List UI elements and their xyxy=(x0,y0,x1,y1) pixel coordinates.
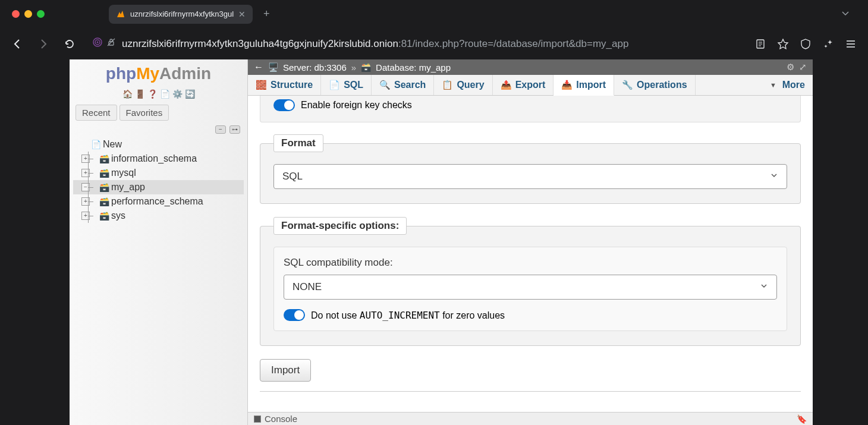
lock-icon xyxy=(106,37,116,50)
database-icon: 🗃️ xyxy=(361,62,371,72)
console-bar[interactable]: Console 🔖 xyxy=(248,412,813,425)
breadcrumb-server[interactable]: Server: db:3306 xyxy=(283,62,347,73)
server-icon: 🖥️ xyxy=(268,62,278,72)
db-item-sys[interactable]: + 🗃️ sys xyxy=(73,209,244,223)
format-fieldset: Format SQL xyxy=(260,134,801,204)
hamburger-menu-icon[interactable] xyxy=(842,36,859,52)
tab-structure[interactable]: 🧱Structure xyxy=(248,75,321,95)
foreign-key-option-row: Enable foreign key checks xyxy=(260,96,801,122)
back-button[interactable] xyxy=(9,36,26,52)
chevron-down-icon xyxy=(760,281,768,293)
breadcrumb-database[interactable]: Database: my_app xyxy=(376,62,451,73)
format-select[interactable]: SQL xyxy=(273,164,787,189)
tab-title: uznrzifslxi6rifrnyrm4xfytkn3gul xyxy=(130,10,234,18)
format-legend: Format xyxy=(273,134,323,152)
sparkle-icon[interactable] xyxy=(820,36,836,52)
breadcrumb: ← 🖥️ Server: db:3306 » 🗃️ Database: my_a… xyxy=(248,59,813,75)
navigation-sidebar: phpMyAdmin 🏠 🚪 ❓ 📄 ⚙️ 🔄 Recent Favorites… xyxy=(70,59,248,425)
format-options-legend: Format-specific options: xyxy=(273,217,407,235)
collapse-all-button[interactable]: − xyxy=(215,125,226,134)
url-path: :81/index.php?route=/database/import&db=… xyxy=(398,38,629,49)
main-tabs: 🧱Structure 📄SQL 🔍Search 📋Query 📤Export 📥… xyxy=(248,75,813,96)
browser-tab[interactable]: uznrzifslxi6rifrnyrm4xfytkn3gul ✕ xyxy=(109,5,253,24)
db-item-my-app[interactable]: − 🗃️ my_app xyxy=(73,180,244,194)
breadcrumb-separator: » xyxy=(351,62,356,73)
close-tab-icon[interactable]: ✕ xyxy=(238,10,246,19)
wrench-icon: 🔧 xyxy=(622,80,633,90)
db-item-information-schema[interactable]: + 🗃️ information_schema xyxy=(73,152,244,166)
address-bar[interactable]: uznrzifslxi6rifrnyrm4xfytkn3guluha4tg6gx… xyxy=(87,37,743,51)
new-db-icon: 📄 xyxy=(91,140,100,149)
tab-import[interactable]: 📥Import xyxy=(553,75,614,96)
tab-sql[interactable]: 📄SQL xyxy=(321,75,372,95)
dropdown-caret-icon: ▼ xyxy=(770,81,776,89)
auto-increment-label: Do not use AUTO_INCREMENT for zero value… xyxy=(311,310,505,321)
chevron-down-icon xyxy=(770,171,778,182)
recent-tab[interactable]: Recent xyxy=(76,105,117,121)
page-settings-gear-icon[interactable]: ⚙ xyxy=(787,62,794,73)
reload-button[interactable] xyxy=(61,36,78,52)
import-icon: 📥 xyxy=(561,80,573,90)
db-item-mysql[interactable]: + 🗃️ mysql xyxy=(73,166,244,180)
database-tree: 📄 New + 🗃️ information_schema + 🗃️ mysql… xyxy=(70,137,247,223)
home-icon[interactable]: 🏠 xyxy=(122,89,133,99)
search-icon: 🔍 xyxy=(379,80,391,90)
console-toggle-icon[interactable] xyxy=(254,415,261,423)
tor-icon xyxy=(92,37,103,51)
phpmyadmin-logo[interactable]: phpMyAdmin xyxy=(70,59,247,86)
svg-point-2 xyxy=(97,42,99,43)
favorites-tab[interactable]: Favorites xyxy=(119,105,169,121)
tab-query[interactable]: 📋Query xyxy=(434,75,492,95)
shield-icon[interactable] xyxy=(797,36,814,52)
link-icon[interactable]: ⊶ xyxy=(229,125,240,134)
reload-nav-icon[interactable]: 🔄 xyxy=(185,89,195,99)
format-options-fieldset: Format-specific options: SQL compatibili… xyxy=(260,217,801,346)
query-icon: 📋 xyxy=(442,80,453,90)
close-window-button[interactable] xyxy=(12,10,20,18)
database-icon: 🗃️ xyxy=(99,197,109,206)
compat-mode-select[interactable]: NONE xyxy=(284,275,777,300)
page-help-icon[interactable]: ⤢ xyxy=(799,62,807,73)
bookmark-icon[interactable]: 🔖 xyxy=(797,414,807,424)
tab-more[interactable]: ▼More xyxy=(762,75,813,95)
db-item-performance-schema[interactable]: + 🗃️ performance_schema xyxy=(73,194,244,209)
database-icon: 🗃️ xyxy=(99,168,109,178)
new-tab-button[interactable]: + xyxy=(257,5,276,23)
docs-icon[interactable]: ❓ xyxy=(147,89,158,99)
auto-increment-toggle[interactable] xyxy=(284,309,305,321)
database-icon: 🗃️ xyxy=(99,211,109,221)
sql-icon: 📄 xyxy=(329,80,340,90)
foreign-key-label: Enable foreign key checks xyxy=(301,100,412,111)
minimize-window-button[interactable] xyxy=(24,10,32,18)
maximize-window-button[interactable] xyxy=(37,10,45,18)
tabs-dropdown-icon[interactable] xyxy=(841,8,862,20)
database-icon: 🗃️ xyxy=(99,154,109,163)
divider xyxy=(260,391,801,392)
sql-icon[interactable]: 📄 xyxy=(160,89,170,99)
bookmark-star-icon[interactable] xyxy=(775,36,791,52)
new-database-link[interactable]: 📄 New xyxy=(73,137,244,152)
export-icon: 📤 xyxy=(501,80,512,90)
logout-icon[interactable]: 🚪 xyxy=(135,89,145,99)
settings-gear-icon[interactable]: ⚙️ xyxy=(172,89,183,99)
url-host: uznrzifslxi6rifrnyrm4xfytkn3guluha4tg6gx… xyxy=(122,38,398,49)
tab-operations[interactable]: 🔧Operations xyxy=(614,75,695,95)
forward-button[interactable] xyxy=(35,36,52,52)
phpmyadmin-favicon xyxy=(116,10,125,19)
tab-export[interactable]: 📤Export xyxy=(493,75,554,95)
console-label: Console xyxy=(265,414,297,424)
import-submit-button[interactable]: Import xyxy=(260,359,311,382)
tab-search[interactable]: 🔍Search xyxy=(372,75,434,95)
compat-mode-label: SQL compatibility mode: xyxy=(284,257,777,269)
reader-mode-icon[interactable] xyxy=(752,36,769,52)
database-icon: 🗃️ xyxy=(99,182,109,192)
structure-icon: 🧱 xyxy=(256,80,267,90)
breadcrumb-back-icon[interactable]: ← xyxy=(254,62,263,73)
window-controls[interactable] xyxy=(12,10,45,18)
foreign-key-toggle[interactable] xyxy=(273,99,295,111)
